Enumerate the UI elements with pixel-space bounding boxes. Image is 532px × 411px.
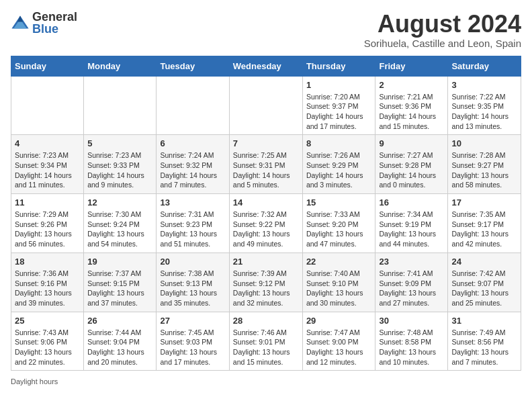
day-number: 24	[451, 257, 517, 267]
day-info: Sunrise: 7:39 AM Sunset: 9:12 PM Dayligh…	[233, 269, 299, 308]
day-info: Sunrise: 7:30 AM Sunset: 9:24 PM Dayligh…	[87, 210, 152, 249]
day-info: Sunrise: 7:24 AM Sunset: 9:32 PM Dayligh…	[160, 150, 225, 190]
calendar-cell: 16Sunrise: 7:34 AM Sunset: 9:19 PM Dayli…	[375, 194, 448, 253]
day-info: Sunrise: 7:46 AM Sunset: 9:01 PM Dayligh…	[233, 328, 299, 367]
calendar-cell: 30Sunrise: 7:48 AM Sunset: 8:58 PM Dayli…	[375, 312, 448, 371]
calendar-cell: 26Sunrise: 7:44 AM Sunset: 9:04 PM Dayli…	[84, 312, 157, 371]
week-row-2: 4Sunrise: 7:23 AM Sunset: 9:34 PM Daylig…	[11, 135, 521, 194]
day-info: Sunrise: 7:38 AM Sunset: 9:13 PM Dayligh…	[160, 269, 225, 308]
day-number: 17	[451, 197, 517, 208]
day-info: Sunrise: 7:29 AM Sunset: 9:26 PM Dayligh…	[15, 210, 80, 249]
day-number: 1	[306, 80, 372, 90]
calendar-cell: 11Sunrise: 7:29 AM Sunset: 9:26 PM Dayli…	[11, 194, 84, 253]
day-info: Sunrise: 7:49 AM Sunset: 8:56 PM Dayligh…	[451, 328, 517, 367]
day-number: 29	[306, 316, 372, 326]
day-header-sunday: Sunday	[11, 56, 84, 76]
day-number: 10	[451, 138, 517, 148]
calendar-cell: 22Sunrise: 7:40 AM Sunset: 9:10 PM Dayli…	[302, 253, 375, 312]
calendar-cell: 9Sunrise: 7:27 AM Sunset: 9:28 PM Daylig…	[375, 135, 448, 194]
main-title: August 2024	[364, 11, 521, 38]
day-info: Sunrise: 7:26 AM Sunset: 9:29 PM Dayligh…	[306, 150, 372, 190]
calendar-cell	[229, 76, 302, 135]
calendar-cell: 1Sunrise: 7:20 AM Sunset: 9:37 PM Daylig…	[302, 76, 375, 135]
calendar-cell: 2Sunrise: 7:21 AM Sunset: 9:36 PM Daylig…	[375, 76, 448, 135]
day-number: 22	[306, 257, 372, 267]
calendar-body: 1Sunrise: 7:20 AM Sunset: 9:37 PM Daylig…	[11, 76, 521, 371]
calendar-cell: 27Sunrise: 7:45 AM Sunset: 9:03 PM Dayli…	[157, 312, 229, 371]
day-number: 7	[233, 138, 299, 148]
day-number: 11	[15, 197, 80, 208]
day-header-saturday: Saturday	[448, 56, 521, 76]
day-number: 6	[160, 138, 225, 148]
calendar-cell: 18Sunrise: 7:36 AM Sunset: 9:16 PM Dayli…	[11, 253, 84, 312]
day-info: Sunrise: 7:23 AM Sunset: 9:33 PM Dayligh…	[87, 150, 152, 190]
day-header-friday: Friday	[375, 56, 448, 76]
day-number: 30	[379, 316, 444, 326]
day-info: Sunrise: 7:40 AM Sunset: 9:10 PM Dayligh…	[306, 269, 372, 308]
day-number: 4	[15, 138, 80, 148]
calendar-cell	[11, 76, 84, 135]
calendar-cell: 21Sunrise: 7:39 AM Sunset: 9:12 PM Dayli…	[229, 253, 302, 312]
day-number: 28	[233, 316, 299, 326]
calendar-cell: 23Sunrise: 7:41 AM Sunset: 9:09 PM Dayli…	[375, 253, 448, 312]
day-number: 8	[306, 138, 372, 148]
calendar-cell: 29Sunrise: 7:47 AM Sunset: 9:00 PM Dayli…	[302, 312, 375, 371]
calendar-cell: 15Sunrise: 7:33 AM Sunset: 9:20 PM Dayli…	[302, 194, 375, 253]
calendar-header: SundayMondayTuesdayWednesdayThursdayFrid…	[11, 56, 521, 76]
week-row-5: 25Sunrise: 7:43 AM Sunset: 9:06 PM Dayli…	[11, 312, 521, 371]
page-header: General Blue August 2024 Sorihuela, Cast…	[11, 11, 521, 49]
week-row-4: 18Sunrise: 7:36 AM Sunset: 9:16 PM Dayli…	[11, 253, 521, 312]
day-number: 19	[87, 257, 152, 267]
day-number: 21	[233, 257, 299, 267]
calendar-cell: 10Sunrise: 7:28 AM Sunset: 9:27 PM Dayli…	[448, 135, 521, 194]
day-number: 9	[379, 138, 444, 148]
day-info: Sunrise: 7:28 AM Sunset: 9:27 PM Dayligh…	[451, 150, 517, 190]
day-info: Sunrise: 7:36 AM Sunset: 9:16 PM Dayligh…	[15, 269, 80, 308]
day-info: Sunrise: 7:41 AM Sunset: 9:09 PM Dayligh…	[379, 269, 444, 308]
day-info: Sunrise: 7:27 AM Sunset: 9:28 PM Dayligh…	[379, 150, 444, 190]
day-number: 26	[87, 316, 152, 326]
day-info: Sunrise: 7:43 AM Sunset: 9:06 PM Dayligh…	[15, 328, 80, 367]
day-number: 3	[451, 80, 517, 90]
calendar-cell: 7Sunrise: 7:25 AM Sunset: 9:31 PM Daylig…	[229, 135, 302, 194]
daylight-hours-item: Daylight hours	[11, 377, 58, 385]
day-info: Sunrise: 7:32 AM Sunset: 9:22 PM Dayligh…	[233, 210, 299, 249]
calendar-cell: 19Sunrise: 7:37 AM Sunset: 9:15 PM Dayli…	[84, 253, 157, 312]
calendar-cell: 8Sunrise: 7:26 AM Sunset: 9:29 PM Daylig…	[302, 135, 375, 194]
days-of-week-row: SundayMondayTuesdayWednesdayThursdayFrid…	[11, 56, 521, 76]
day-number: 2	[379, 80, 444, 90]
day-info: Sunrise: 7:34 AM Sunset: 9:19 PM Dayligh…	[379, 210, 444, 249]
day-number: 15	[306, 197, 372, 208]
day-number: 31	[451, 316, 517, 326]
day-number: 25	[15, 316, 80, 326]
day-number: 23	[379, 257, 444, 267]
calendar-cell: 20Sunrise: 7:38 AM Sunset: 9:13 PM Dayli…	[157, 253, 229, 312]
calendar-cell: 31Sunrise: 7:49 AM Sunset: 8:56 PM Dayli…	[448, 312, 521, 371]
day-info: Sunrise: 7:22 AM Sunset: 9:35 PM Dayligh…	[451, 92, 517, 132]
logo-general-text: General	[32, 11, 77, 23]
calendar-cell: 4Sunrise: 7:23 AM Sunset: 9:34 PM Daylig…	[11, 135, 84, 194]
day-info: Sunrise: 7:37 AM Sunset: 9:15 PM Dayligh…	[87, 269, 152, 308]
calendar-cell: 28Sunrise: 7:46 AM Sunset: 9:01 PM Dayli…	[229, 312, 302, 371]
day-number: 13	[160, 197, 225, 208]
subtitle: Sorihuela, Castille and Leon, Spain	[364, 38, 521, 49]
day-header-monday: Monday	[84, 56, 157, 76]
footer: Daylight hours	[11, 377, 521, 385]
day-number: 5	[87, 138, 152, 148]
daylight-hours-label: Daylight hours	[11, 377, 58, 385]
day-info: Sunrise: 7:21 AM Sunset: 9:36 PM Dayligh…	[379, 92, 444, 132]
day-info: Sunrise: 7:35 AM Sunset: 9:17 PM Dayligh…	[451, 210, 517, 249]
logo: General Blue	[11, 11, 77, 35]
day-info: Sunrise: 7:44 AM Sunset: 9:04 PM Dayligh…	[87, 328, 152, 367]
day-number: 12	[87, 197, 152, 208]
logo-icon	[11, 13, 30, 32]
day-number: 14	[233, 197, 299, 208]
calendar-cell: 17Sunrise: 7:35 AM Sunset: 9:17 PM Dayli…	[448, 194, 521, 253]
day-header-tuesday: Tuesday	[157, 56, 229, 76]
day-number: 16	[379, 197, 444, 208]
day-info: Sunrise: 7:47 AM Sunset: 9:00 PM Dayligh…	[306, 328, 372, 367]
day-info: Sunrise: 7:23 AM Sunset: 9:34 PM Dayligh…	[15, 150, 80, 190]
day-info: Sunrise: 7:45 AM Sunset: 9:03 PM Dayligh…	[160, 328, 225, 367]
title-block: August 2024 Sorihuela, Castille and Leon…	[364, 11, 521, 49]
calendar-table: SundayMondayTuesdayWednesdayThursdayFrid…	[11, 56, 521, 371]
